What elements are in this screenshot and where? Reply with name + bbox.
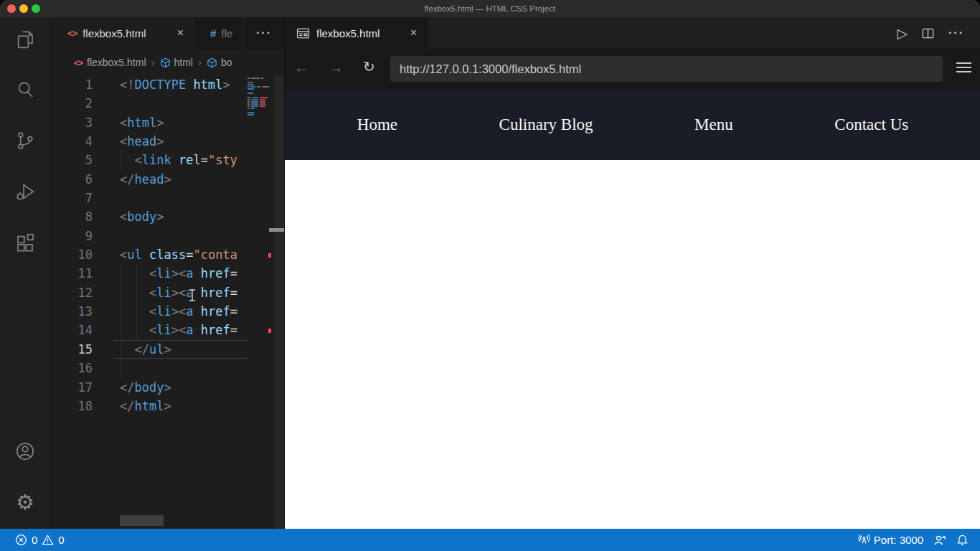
run-debug-icon[interactable] [14,181,36,202]
editor-actions: ▷ ··· [897,17,980,49]
simple-browser-pane: flexbox5.html × ▷ ··· ← → ↻ http://127.0… [284,17,980,529]
error-count: 0 [32,534,37,546]
more-actions-icon[interactable]: ··· [948,27,964,39]
browser-tab[interactable]: flexbox5.html × [285,17,428,49]
vscode-window: flexbox5.html — HTML CSS Project ⚙ [0,0,980,551]
broadcast-icon [858,534,870,546]
preview-nav-link[interactable]: Culinary Blog [499,116,593,134]
code-line-13[interactable]: 13 <li><a href= [50,302,284,321]
url-input[interactable]: http://127.0.0.1:3000/flexbox5.html [390,56,943,82]
error-icon [15,534,27,546]
code-line-5[interactable]: 5 <link rel="sty [50,151,284,169]
reload-icon[interactable]: ↻ [363,58,375,75]
play-icon[interactable]: ▷ [897,25,908,42]
code-line-8[interactable]: 8<body> [50,207,284,226]
code-line-4[interactable]: 4<head> [50,132,284,151]
status-bar: 0 0 Port: 3000 [0,529,980,551]
browser-toolbar: ← → ↻ http://127.0.0.1:3000/flexbox5.htm… [285,49,980,89]
css-file-icon: # [210,27,216,39]
feedback-person-icon[interactable] [933,534,946,547]
code-line-7[interactable]: 7 [50,189,284,207]
code-line-6[interactable]: 6</head> [50,170,284,189]
extensions-icon[interactable] [14,232,36,254]
breadcrumb-item[interactable]: html [160,57,193,68]
tab-overflow-icon[interactable]: ··· [244,17,284,49]
tab-label: flexbox5.html [83,27,146,39]
tab-flexbox5-css[interactable]: # fle [194,17,244,49]
warning-count: 0 [58,534,64,546]
browser-preview-icon [296,27,310,39]
breadcrumb-item[interactable]: <>flexbox5.html [74,57,146,68]
close-preview-icon[interactable]: × [410,27,417,39]
error-ruler-mark [268,329,271,333]
code-line-10[interactable]: 10<ul class="conta [50,245,284,264]
breadcrumb-item[interactable]: bo [207,57,232,68]
preview-nav-link[interactable]: Contact Us [834,116,908,134]
breadcrumb-separator: › [198,56,202,68]
code-line-15[interactable]: 15 </ul> [50,340,284,359]
code-line-12[interactable]: 12 <li><a href= [50,283,284,302]
notifications-bell-icon[interactable] [956,534,969,546]
problems-indicator[interactable]: 0 0 [0,534,65,546]
code-line-18[interactable]: 18</html> [50,397,284,415]
tab-label: fle [221,27,232,39]
code-line-16[interactable]: 16 [50,359,284,377]
titlebar: flexbox5.html — HTML CSS Project [0,0,980,17]
menu-icon[interactable] [956,62,971,75]
breadcrumb-separator: › [151,56,155,68]
editor-scrollbar[interactable] [275,75,284,529]
back-icon[interactable]: ← [294,59,309,76]
code-line-11[interactable]: 11 <li><a href= [50,264,284,283]
port-label: Port: 3000 [874,534,923,546]
error-ruler-mark [268,253,271,258]
port-indicator[interactable]: Port: 3000 [858,534,923,546]
html-file-icon: <> [67,28,77,39]
code-editor[interactable]: 1<!DOCTYPE html>23<html>4<head>5 <link r… [50,75,284,529]
code-lines: 1<!DOCTYPE html>23<html>4<head>5 <link r… [50,75,284,415]
preview-navbar: HomeCulinary BlogMenuContact Us [285,89,980,160]
forward-icon[interactable]: → [329,59,344,76]
status-bar-right: Port: 3000 [858,534,980,547]
preview-nav-link[interactable]: Home [357,116,397,134]
tab-flexbox5-html[interactable]: <> flexbox5.html × [50,17,194,49]
search-icon[interactable] [14,79,36,100]
editor-tab-bar: <> flexbox5.html × # fle ··· [50,17,284,49]
editor-pane: <> flexbox5.html × # fle ··· <>flexbox5.… [50,17,284,529]
source-control-icon[interactable] [14,130,36,151]
split-editor-icon[interactable] [921,27,935,40]
browser-tab-label: flexbox5.html [316,27,380,39]
activity-bar: ⚙ [0,17,50,529]
code-line-14[interactable]: 14 <li><a href= [50,321,284,339]
code-line-9[interactable]: 9 [50,227,284,245]
preview-viewport: HomeCulinary BlogMenuContact Us [285,89,980,529]
window-title: flexbox5.html — HTML CSS Project [0,0,980,17]
scrollbar-thumb[interactable] [269,228,284,232]
preview-nav-link[interactable]: Menu [694,116,733,134]
explorer-icon[interactable] [14,29,36,50]
browser-tab-bar: flexbox5.html × ▷ ··· [285,17,980,49]
close-tab-icon[interactable]: × [177,27,184,39]
minimap[interactable] [248,77,275,116]
settings-gear-icon[interactable]: ⚙ [14,491,36,513]
text-cursor-pointer [188,288,197,305]
warning-icon [42,534,54,546]
account-icon[interactable] [14,441,36,462]
code-line-17[interactable]: 17</body> [50,378,284,397]
breadcrumb[interactable]: <>flexbox5.html›html›bo [50,49,284,75]
horizontal-scrollbar-thumb[interactable] [120,515,164,526]
